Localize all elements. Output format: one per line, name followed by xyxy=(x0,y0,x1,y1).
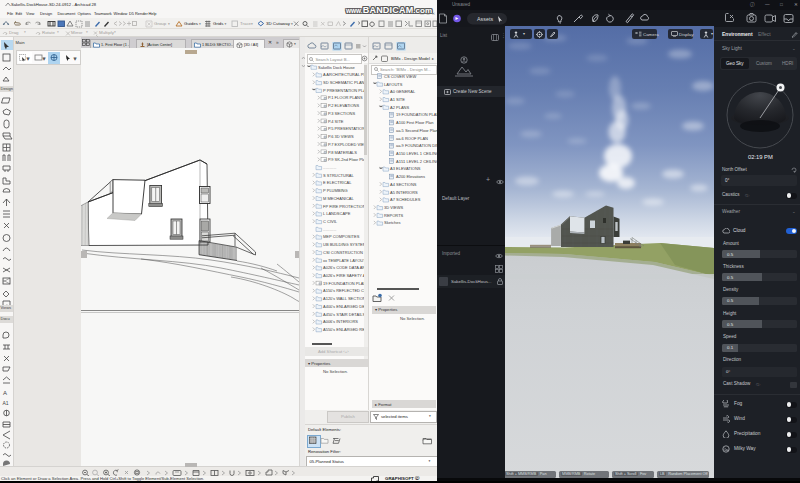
svg-text:Grids: Grids xyxy=(213,21,224,26)
svg-text:3D VIEWS: 3D VIEWS xyxy=(384,205,403,210)
svg-text:A450's STAIR DETAILS: A450's STAIR DETAILS xyxy=(323,311,366,316)
svg-text:A5 INTERIORS: A5 INTERIORS xyxy=(390,189,418,194)
svg-text:C CIVIL: C CIVIL xyxy=(323,219,338,224)
svg-text:3D Cutaway: 3D Cutaway xyxy=(266,21,291,26)
svg-text:▾: ▾ xyxy=(74,56,76,61)
svg-text:P PLUMBING: P PLUMBING xyxy=(323,188,348,193)
svg-text:19 FOUNDATION PLAN: 19 FOUNDATION PLAN xyxy=(396,112,438,117)
svg-text:P.3 SECTIONS: P.3 SECTIONS xyxy=(328,110,355,115)
svg-text:A3 ELEVATIONS: A3 ELEVATIONS xyxy=(390,166,421,171)
svg-text:▾: ▾ xyxy=(43,56,45,61)
svg-text:A151 LEVEL 2 CEILING P: A151 LEVEL 2 CEILING P xyxy=(396,158,438,163)
svg-text:▾: ▾ xyxy=(225,22,227,26)
svg-text:A1: A1 xyxy=(3,400,9,406)
svg-text:▾: ▾ xyxy=(27,56,29,61)
svg-text:P PRESENTATION PLAN: P PRESENTATION PLAN xyxy=(323,87,367,92)
svg-text:FP FIRE PROTECTION: FP FIRE PROTECTION xyxy=(323,203,366,208)
svg-text:A4 SECTIONS: A4 SECTIONS xyxy=(390,181,417,186)
svg-text:xx TEMPLATE LAYOUTS: xx TEMPLATE LAYOUTS xyxy=(323,257,367,262)
svg-text:A: A xyxy=(3,390,7,396)
svg-text:P.2 ELEVATIONS: P.2 ELEVATIONS xyxy=(328,103,359,108)
svg-text:Group: Group xyxy=(154,21,167,26)
svg-text:A026's CODE DATA ANA: A026's CODE DATA ANA xyxy=(323,265,367,270)
svg-text:Sakellis Dock House: Sakellis Dock House xyxy=(318,64,355,69)
svg-text:Assets: Assets xyxy=(477,16,493,22)
svg-text:Sketches: Sketches xyxy=(384,220,400,225)
svg-text:A0 GENERAL: A0 GENERAL xyxy=(390,89,416,94)
svg-text:Trace: Trace xyxy=(240,21,252,26)
svg-text:UB BUILDING SYSTEMS: UB BUILDING SYSTEMS xyxy=(323,242,367,247)
svg-text:A400's ENLARGED DETA: A400's ENLARGED DETA xyxy=(323,303,367,308)
svg-text:REPORTS: REPORTS xyxy=(384,212,404,217)
svg-text:▾: ▾ xyxy=(291,22,293,26)
svg-text:S STRUCTURAL: S STRUCTURAL xyxy=(323,172,354,177)
svg-text:CSI CONSTRUCTION TR: CSI CONSTRUCTION TR xyxy=(323,249,367,254)
svg-text:----------: ---------- xyxy=(323,226,337,231)
svg-text:A200 Elevations: A200 Elevations xyxy=(396,174,425,179)
svg-text:P.4 SITE: P.4 SITE xyxy=(328,118,344,123)
svg-text:P.1 FLOOR PLANS: P.1 FLOOR PLANS xyxy=(328,95,363,100)
svg-text:A7 SCHEDULES: A7 SCHEDULES xyxy=(390,197,421,202)
svg-text:▾: ▾ xyxy=(251,22,253,26)
svg-text:A550's ENLARGED REST: A550's ENLARGED REST xyxy=(323,327,367,332)
svg-text:M MECHANICAL: M MECHANICAL xyxy=(323,195,354,200)
svg-text:aa.9 FOUNDATION DIME: aa.9 FOUNDATION DIME xyxy=(396,143,438,148)
svg-text:aa.5 Second Floor Plan: aa.5 Second Floor Plan xyxy=(396,127,438,132)
svg-text:A100 First Floor Plan: A100 First Floor Plan xyxy=(396,120,434,125)
svg-text:P.8 MATERIALS: P.8 MATERIALS xyxy=(328,149,357,154)
svg-text:----------: ---------- xyxy=(323,164,337,169)
svg-text:Guides: Guides xyxy=(184,21,199,26)
svg-text:▾: ▾ xyxy=(199,22,201,26)
svg-text:P.6 3D VIEWS: P.6 3D VIEWS xyxy=(328,134,354,139)
svg-text:A026's FIRE SAFETY ANI: A026's FIRE SAFETY ANI xyxy=(323,273,367,278)
svg-text:A ARCHITECTURAL PLA: A ARCHITECTURAL PLA xyxy=(323,72,367,77)
svg-text:P.5 PRESENTATION O: P.5 PRESENTATION O xyxy=(328,126,367,131)
svg-text:A150 LEVEL 1 CEILING P: A150 LEVEL 1 CEILING P xyxy=(396,151,438,156)
svg-text:P.9 SK-2nd Floor Plar: P.9 SK-2nd Floor Plar xyxy=(328,157,367,162)
svg-text:19 FOUNDATION PLAN: 19 FOUNDATION PLAN xyxy=(323,280,366,285)
svg-text:A150's REFLECTED CEIL: A150's REFLECTED CEIL xyxy=(323,288,367,293)
svg-text:P.7 EXPLODED VIEWS: P.7 EXPLODED VIEWS xyxy=(328,141,367,146)
svg-text:LAYOUTS: LAYOUTS xyxy=(384,81,403,86)
svg-text:A006's INTERIORS: A006's INTERIORS xyxy=(323,319,358,324)
svg-text:CS COVER VIEW: CS COVER VIEW xyxy=(384,73,416,78)
svg-text:A120's WALL SECTIONS: A120's WALL SECTIONS xyxy=(323,296,367,301)
svg-text:A2 PLANS: A2 PLANS xyxy=(390,104,409,109)
svg-text:MEP COMPOSITES: MEP COMPOSITES xyxy=(323,234,360,239)
svg-text:SD SCHEMATIC PLANS: SD SCHEMATIC PLANS xyxy=(323,80,367,85)
svg-text:aa.6 ROOF PLAN: aa.6 ROOF PLAN xyxy=(396,135,428,140)
svg-text:L LANDSCAPE: L LANDSCAPE xyxy=(323,211,351,216)
svg-text:▾: ▾ xyxy=(168,22,170,26)
svg-text:E ELECTRICAL: E ELECTRICAL xyxy=(323,180,352,185)
svg-text:A1 SITE: A1 SITE xyxy=(390,96,405,101)
